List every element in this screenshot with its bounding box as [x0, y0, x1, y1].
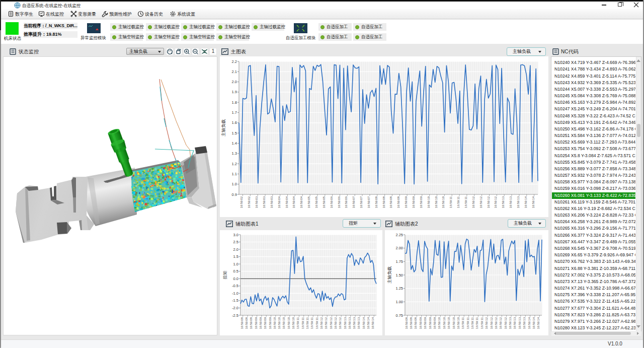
svg-text:16:59:09: 16:59:09	[412, 196, 415, 208]
svg-text:16:59:06: 16:59:06	[330, 196, 333, 208]
svg-text:16:59:09: 16:59:09	[255, 317, 258, 329]
svg-text:16:59:07: 16:59:07	[360, 196, 363, 208]
svg-text:16:59:08: 16:59:08	[410, 317, 413, 329]
svg-text:16:59:02: 16:59:02	[248, 196, 251, 208]
svg-text:16:59:09: 16:59:09	[264, 317, 267, 329]
svg-text:16:59:12: 16:59:12	[472, 196, 475, 208]
svg-text:16:59:13: 16:59:13	[502, 196, 505, 208]
svg-text:16:59:09: 16:59:09	[419, 317, 422, 329]
svg-text:1.9: 1.9	[232, 90, 237, 94]
svg-text:16:59:10: 16:59:10	[292, 317, 295, 329]
svg-text:16:59:08: 16:59:08	[414, 317, 417, 329]
svg-text:16:59:11: 16:59:11	[464, 196, 467, 208]
svg-text:16:59:12: 16:59:12	[479, 196, 482, 208]
svg-text:16:59:13: 16:59:13	[357, 317, 360, 329]
svg-text:16:59:14: 16:59:14	[532, 196, 535, 208]
svg-text:16:59:10: 16:59:10	[287, 317, 290, 329]
svg-text:3.0: 3.0	[233, 233, 238, 237]
svg-text:16:59:09: 16:59:09	[429, 317, 432, 329]
svg-text:1.8: 1.8	[232, 100, 237, 105]
svg-text:2.1: 2.1	[232, 69, 237, 74]
svg-text:16:59:13: 16:59:13	[523, 317, 526, 329]
svg-text:16:59:09: 16:59:09	[259, 317, 262, 329]
svg-text:16:59:08: 16:59:08	[397, 196, 400, 208]
svg-text:16:59:07: 16:59:07	[352, 196, 355, 208]
svg-text:16:59:12: 16:59:12	[495, 317, 498, 329]
svg-text:16:59:12: 16:59:12	[499, 317, 502, 329]
svg-text:16:59:11: 16:59:11	[480, 317, 484, 329]
svg-text:-2.5: -2.5	[232, 313, 238, 318]
svg-text:扭矩: 扭矩	[222, 270, 227, 280]
svg-text:16:59:12: 16:59:12	[485, 317, 488, 329]
svg-text:16:59:03: 16:59:03	[255, 196, 258, 208]
svg-text:16:59:14: 16:59:14	[371, 317, 374, 329]
svg-text:1.3: 1.3	[232, 151, 237, 156]
svg-text:16:59:13: 16:59:13	[353, 317, 356, 329]
svg-text:1.6: 1.6	[232, 120, 237, 125]
svg-text:16:59:02: 16:59:02	[240, 196, 243, 208]
svg-text:16:59:11: 16:59:11	[310, 317, 313, 329]
svg-text:16:59:03: 16:59:03	[270, 196, 273, 208]
svg-text:16:59:10: 16:59:10	[442, 196, 445, 208]
svg-text:16:59:11: 16:59:11	[475, 317, 478, 329]
svg-text:0.5: 0.5	[233, 269, 238, 273]
svg-text:16:59:09: 16:59:09	[405, 196, 408, 208]
svg-text:16:59:09: 16:59:09	[424, 317, 427, 329]
svg-text:16:59:13: 16:59:13	[518, 317, 521, 329]
svg-text:16:59:04: 16:59:04	[300, 196, 303, 208]
svg-text:16:59:11: 16:59:11	[449, 196, 452, 208]
svg-text:16:59:10: 16:59:10	[457, 317, 460, 329]
svg-text:16:59:10: 16:59:10	[443, 317, 446, 329]
svg-text:2.00: 2.00	[395, 246, 403, 250]
svg-text:16:59:08: 16:59:08	[250, 317, 253, 329]
svg-text:16:59:12: 16:59:12	[494, 196, 497, 208]
svg-text:16:59:11: 16:59:11	[315, 317, 318, 329]
svg-text:16:59:11: 16:59:11	[461, 317, 464, 329]
svg-text:1.5: 1.5	[233, 254, 238, 259]
svg-text:16:59:08: 16:59:08	[389, 196, 392, 208]
svg-text:16:59:05: 16:59:05	[315, 196, 318, 208]
svg-text:16:59:10: 16:59:10	[452, 317, 455, 329]
svg-text:主轴负载: 主轴负载	[221, 119, 226, 137]
svg-text:16:59:11: 16:59:11	[457, 196, 460, 208]
svg-text:16:59:14: 16:59:14	[362, 317, 365, 329]
svg-text:16:59:08: 16:59:08	[382, 196, 385, 208]
svg-text:1.5: 1.5	[232, 131, 237, 135]
svg-text:16:59:05: 16:59:05	[307, 196, 310, 208]
svg-text:16:59:13: 16:59:13	[513, 317, 516, 329]
svg-text:16:59:13: 16:59:13	[517, 196, 520, 208]
svg-text:16:59:06: 16:59:06	[345, 196, 348, 208]
svg-text:16:59:05: 16:59:05	[323, 196, 326, 208]
svg-text:16:59:12: 16:59:12	[487, 196, 490, 208]
svg-text:16:59:04: 16:59:04	[285, 196, 288, 208]
svg-text:16:59:11: 16:59:11	[296, 317, 299, 329]
svg-text:1.0: 1.0	[232, 182, 237, 186]
svg-text:16:59:14: 16:59:14	[532, 317, 535, 329]
svg-text:16:59:06: 16:59:06	[338, 196, 341, 208]
svg-text:1.2: 1.2	[232, 162, 237, 166]
svg-text:16:59:13: 16:59:13	[344, 317, 347, 329]
svg-text:2.0: 2.0	[233, 247, 238, 252]
svg-text:-0.5: -0.5	[232, 284, 238, 288]
svg-text:1.25: 1.25	[395, 286, 403, 291]
svg-text:-1.5: -1.5	[232, 298, 238, 303]
svg-text:16:59:14: 16:59:14	[524, 196, 527, 208]
svg-text:16:59:07: 16:59:07	[367, 196, 370, 208]
svg-text:16:59:10: 16:59:10	[447, 317, 450, 329]
svg-text:1.50: 1.50	[395, 273, 403, 277]
svg-text:1.7: 1.7	[232, 110, 237, 115]
svg-text:16:59:12: 16:59:12	[325, 317, 328, 329]
svg-text:16:59:09: 16:59:09	[269, 317, 272, 329]
svg-text:16:59:10: 16:59:10	[427, 196, 430, 208]
svg-text:16:59:14: 16:59:14	[537, 317, 540, 329]
svg-text:2.2: 2.2	[232, 59, 237, 64]
svg-text:2.25: 2.25	[395, 233, 403, 237]
svg-text:16:59:11: 16:59:11	[466, 317, 469, 329]
svg-text:16:59:14: 16:59:14	[367, 317, 370, 329]
svg-text:0.0: 0.0	[233, 276, 238, 281]
svg-text:0.75: 0.75	[395, 313, 403, 318]
svg-text:16:59:12: 16:59:12	[490, 317, 493, 329]
svg-text:16:59:11: 16:59:11	[471, 317, 474, 329]
svg-text:0.9: 0.9	[232, 192, 237, 197]
svg-text:16:59:12: 16:59:12	[330, 317, 333, 329]
